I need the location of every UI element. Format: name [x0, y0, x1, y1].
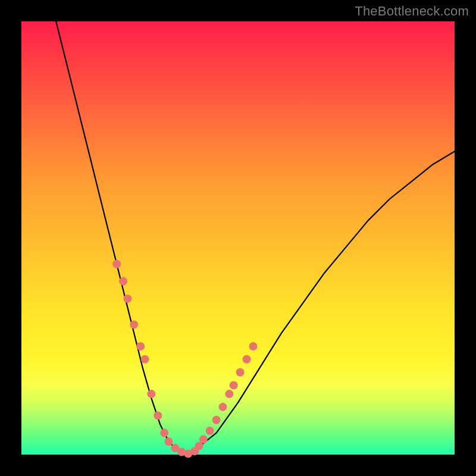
data-point: [160, 429, 168, 437]
data-point: [199, 436, 208, 444]
data-point: [119, 277, 127, 286]
data-point: [243, 355, 251, 364]
data-point: [249, 342, 258, 350]
chart-frame: TheBottleneck.com: [0, 0, 476, 476]
data-point: [154, 412, 162, 420]
data-point-markers: [112, 260, 257, 458]
data-point: [225, 390, 233, 398]
data-point: [130, 321, 138, 329]
curve-svg: [21, 21, 455, 455]
data-point: [206, 427, 214, 435]
data-point: [112, 260, 121, 268]
data-point: [236, 368, 245, 377]
data-point: [136, 342, 145, 350]
plot-area: [21, 21, 455, 455]
data-point: [212, 416, 221, 424]
data-point: [219, 403, 227, 411]
data-point: [147, 390, 155, 398]
watermark-text: TheBottleneck.com: [355, 4, 469, 19]
data-point: [123, 295, 131, 303]
bottleneck-curve: [56, 21, 455, 455]
data-point: [141, 355, 149, 364]
data-point: [230, 381, 238, 390]
data-point: [165, 437, 173, 446]
